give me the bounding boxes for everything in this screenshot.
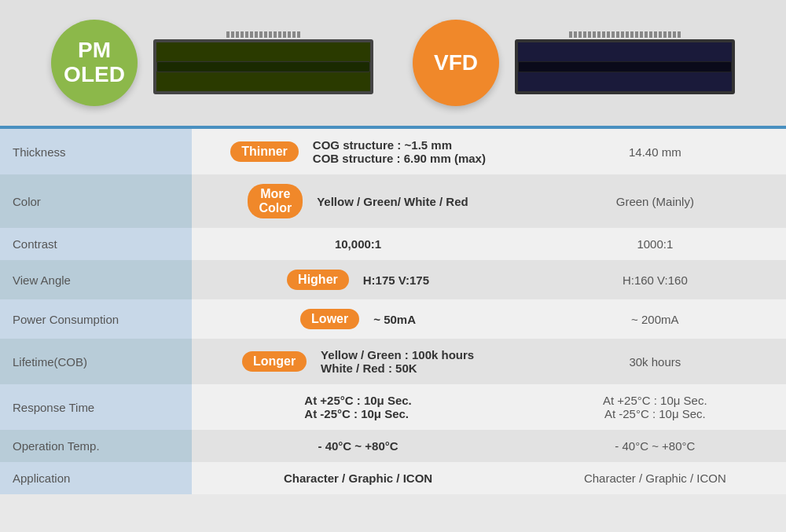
pm-oled-section: PMOLED <box>51 20 373 106</box>
advantage-badge-5: Longer <box>242 351 307 372</box>
feature-cell-8: Application <box>0 462 192 494</box>
oled-value-text-5: Yellow / Green : 100k hours White / Red … <box>321 348 474 375</box>
header-section: PMOLED VFD <box>0 0 786 126</box>
oled-value-text-6: At +25°C : 10μ Sec. At -25°C : 10μ Sec. <box>304 394 412 420</box>
oled-value-text-1: Yellow / Green/ White / Red <box>317 195 468 208</box>
oled-value-text-3: H:175 V:175 <box>363 273 429 287</box>
oled-module <box>153 39 373 94</box>
feature-cell-1: Color <box>0 174 192 228</box>
vfd-badge: VFD <box>413 20 499 106</box>
oled-screen <box>156 61 370 72</box>
oled-top-pins <box>226 31 300 38</box>
oled-value-text-2: 10,000:1 <box>335 237 381 251</box>
vfd-top-pins <box>569 31 681 38</box>
pm-oled-badge: PMOLED <box>51 20 138 106</box>
comparison-table: ThicknessThinnerCOG structure : ~1.5 mm … <box>0 129 786 494</box>
vfd-value-cell-8: Character / Graphic / ICON <box>524 462 786 494</box>
advantage-badge-4: Lower <box>300 309 359 329</box>
vfd-value-cell-6: At +25°C : 10μ Sec. At -25°C : 10μ Sec. <box>524 384 786 430</box>
oled-value-text-0: COG structure : ~1.5 mm COB structure : … <box>313 138 486 165</box>
vfd-value-cell-7: - 40°C ~ +80°C <box>524 430 786 462</box>
oled-value-cell-0: ThinnerCOG structure : ~1.5 mm COB struc… <box>192 129 523 174</box>
oled-value-cell-7: - 40°C ~ +80°C <box>192 430 523 462</box>
oled-value-cell-5: LongerYellow / Green : 100k hours White … <box>192 339 523 384</box>
oled-value-cell-1: More ColorYellow / Green/ White / Red <box>192 174 523 228</box>
advantage-badge-3: Higher <box>287 270 349 290</box>
oled-module-wrapper <box>153 31 373 94</box>
vfd-value-cell-1: Green (Mainly) <box>524 174 786 228</box>
feature-cell-3: View Angle <box>0 260 192 299</box>
vfd-module <box>515 39 735 94</box>
feature-cell-4: Power Consumption <box>0 299 192 339</box>
oled-value-cell-4: Lower~ 50mA <box>192 299 523 339</box>
vfd-section: VFD <box>413 20 735 106</box>
feature-cell-2: Contrast <box>0 228 192 260</box>
vfd-screen <box>518 61 732 72</box>
feature-cell-5: Lifetime(COB) <box>0 339 192 384</box>
vfd-value-cell-4: ~ 200mA <box>524 299 786 339</box>
oled-value-cell-6: At +25°C : 10μ Sec. At -25°C : 10μ Sec. <box>192 384 523 430</box>
feature-cell-6: Response Time <box>0 384 192 430</box>
feature-cell-0: Thickness <box>0 129 192 174</box>
oled-value-text-4: ~ 50mA <box>373 313 416 326</box>
vfd-value-cell-2: 1000:1 <box>524 228 786 260</box>
advantage-badge-1: More Color <box>248 184 303 218</box>
oled-value-text-7: - 40°C ~ +80°C <box>318 439 399 453</box>
vfd-value-cell-5: 30k hours <box>524 339 786 384</box>
oled-value-text-8: Character / Graphic / ICON <box>284 471 432 485</box>
oled-value-cell-8: Character / Graphic / ICON <box>192 462 523 494</box>
oled-value-cell-3: HigherH:175 V:175 <box>192 260 523 299</box>
oled-value-cell-2: 10,000:1 <box>192 228 523 260</box>
feature-cell-7: Operation Temp. <box>0 430 192 462</box>
advantage-badge-0: Thinner <box>230 141 299 162</box>
vfd-module-wrapper <box>515 31 735 94</box>
vfd-value-cell-0: 14.40 mm <box>524 129 786 174</box>
vfd-value-cell-3: H:160 V:160 <box>524 260 786 299</box>
